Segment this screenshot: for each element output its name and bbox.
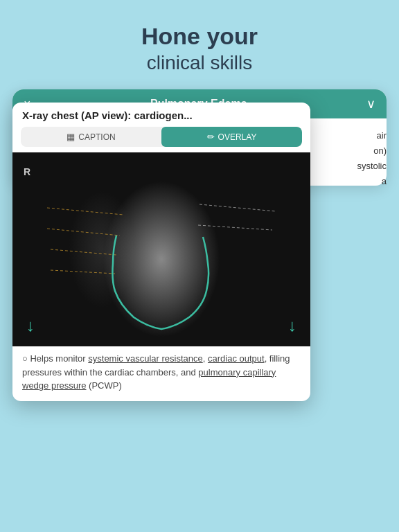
image-controls: ▦ CAPTION ✏ OVERLAY — [21, 127, 302, 147]
cardiac-outline-overlay — [12, 152, 310, 346]
overlay-icon: ✏ — [207, 132, 215, 142]
overlay-button[interactable]: ✏ OVERLAY — [161, 127, 302, 147]
caption-label: CAPTION — [78, 132, 115, 142]
footer-pcwp: (PCWP) — [87, 380, 122, 391]
right-text-on: on) — [357, 143, 387, 159]
right-text-systolic: systolic — [357, 159, 387, 174]
header-line1: Hone your — [14, 22, 385, 51]
footer-comma1: , — [203, 353, 208, 364]
xray-container: R ↓ ↓ — [12, 152, 310, 346]
r-marker: R — [24, 166, 30, 177]
header-line2: clinical skills — [14, 51, 385, 76]
right-partial-text: air on) systolic a — [357, 128, 387, 189]
chevron-down-icon[interactable]: ∨ — [366, 96, 375, 112]
image-card: X-ray chest (AP view): cardiogen... ▦ CA… — [12, 103, 310, 401]
arrow-down-right-icon: ↓ — [288, 316, 296, 335]
overlay-label: OVERLAY — [218, 132, 257, 142]
systemic-vascular-link[interactable]: systemic vascular resistance — [88, 353, 202, 364]
footer-text-prefix: ○ Helps monitor — [22, 353, 88, 364]
header-section: Hone your clinical skills — [0, 0, 399, 89]
image-card-footer: ○ Helps monitor systemic vascular resist… — [12, 346, 310, 401]
right-text-air: air — [357, 128, 387, 143]
arrow-down-left-icon: ↓ — [26, 316, 35, 335]
image-card-title: X-ray chest (AP view): cardiogen... — [12, 103, 310, 127]
caption-button[interactable]: ▦ CAPTION — [21, 127, 161, 147]
cardiac-output-link[interactable]: cardiac output — [208, 353, 265, 364]
caption-icon: ▦ — [66, 132, 75, 142]
right-text-a: a — [357, 174, 387, 189]
